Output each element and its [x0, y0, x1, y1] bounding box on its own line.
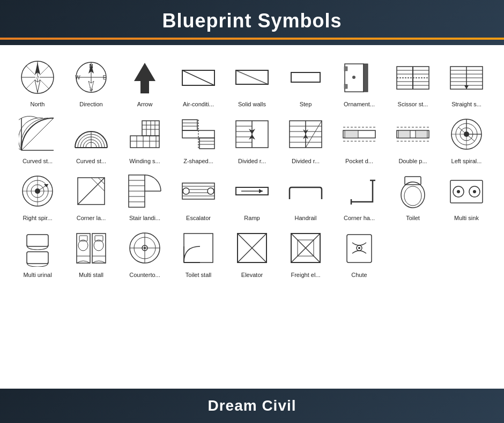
countertop-label: Counterto... — [129, 272, 160, 278]
freight-el-icon — [284, 227, 327, 269]
arrow-label: Arrow — [137, 101, 153, 107]
winding-stair-icon — [123, 113, 166, 156]
ramp-label: Ramp — [244, 215, 260, 221]
symbol-multi-stall: Multi stall — [64, 224, 118, 279]
escalator-icon — [177, 170, 220, 213]
svg-marker-139 — [259, 189, 263, 193]
corner-ha-label: Corner ha... — [344, 215, 375, 221]
symbol-right-spiral: Right spir... — [11, 167, 64, 222]
svg-marker-43 — [464, 85, 469, 89]
direction-icon: N S W E — [70, 56, 113, 99]
divided-r1-label: Divided r... — [238, 158, 266, 164]
symbol-multi-sink: Multi sink — [440, 167, 493, 222]
header: Blueprint Symbols — [0, 0, 504, 45]
multi-sink-icon — [445, 170, 488, 213]
divided-r2-icon — [284, 113, 327, 156]
svg-line-120 — [78, 178, 105, 205]
straight-stair-label: Straight s... — [451, 101, 481, 107]
z-shaped-label: Z-shaped... — [183, 158, 213, 164]
svg-rect-99 — [398, 130, 410, 138]
svg-rect-25 — [364, 64, 368, 92]
svg-rect-153 — [92, 234, 106, 263]
double-p-icon — [391, 113, 434, 156]
left-spiral-label: Left spiral... — [451, 158, 482, 164]
north-icon: N — [16, 56, 59, 99]
svg-line-108 — [466, 134, 475, 141]
step-label: Step — [300, 101, 312, 107]
svg-line-22 — [236, 70, 268, 84]
symbol-scissor-stair: Scissor st... — [386, 54, 440, 108]
solid-walls-icon — [231, 56, 273, 99]
symbol-toilet: Toilet — [386, 167, 440, 222]
symbol-freight-el: Freight el... — [279, 224, 332, 279]
svg-rect-152 — [77, 234, 90, 263]
footer-title: Dream Civil — [0, 397, 504, 414]
page-title: Blueprint Symbols — [0, 10, 504, 32]
symbol-corner-la: Corner la... — [64, 167, 118, 222]
svg-rect-145 — [450, 180, 483, 203]
toilet-stall-label: Toilet stall — [186, 272, 211, 278]
svg-rect-63 — [182, 120, 197, 130]
svg-rect-151 — [27, 252, 48, 264]
north-label: North — [31, 101, 45, 107]
symbol-countertop: Counterto... — [118, 224, 172, 279]
svg-line-19 — [182, 70, 214, 85]
corner-la-icon — [70, 170, 113, 213]
arrow-icon — [123, 56, 166, 99]
countertop-icon — [123, 227, 166, 269]
symbol-curved-stair2: Curved st... — [64, 111, 118, 165]
air-condition-icon — [177, 56, 220, 99]
corner-la-label: Corner la... — [77, 215, 106, 221]
svg-text:E: E — [103, 75, 107, 81]
divided-r1-icon — [231, 113, 273, 156]
symbol-multi-urinal: Multi urinal — [11, 224, 64, 279]
scissor-stair-label: Scissor st... — [398, 101, 428, 107]
toilet-stall-icon — [177, 227, 220, 269]
svg-line-107 — [458, 127, 466, 134]
svg-point-165 — [144, 247, 146, 249]
svg-rect-166 — [184, 234, 213, 262]
symbol-z-shaped: Z-shaped... — [172, 111, 225, 165]
symbol-air-condition: Air-conditi... — [172, 54, 225, 108]
multi-sink-label: Multi sink — [454, 215, 479, 221]
svg-rect-150 — [27, 235, 48, 246]
header-underline — [0, 38, 504, 40]
pocket-d-icon — [338, 113, 381, 156]
ornament-label: Ornament... — [344, 101, 375, 107]
symbol-toilet-stall: Toilet stall — [172, 224, 225, 279]
stair-landing-icon — [123, 170, 166, 213]
symbol-curved-stair1: Curved st... — [11, 111, 64, 165]
symbols-grid: N North N S W E — [11, 50, 493, 282]
chute-icon — [338, 227, 381, 269]
svg-rect-100 — [416, 130, 427, 138]
double-p-label: Double p... — [398, 158, 427, 164]
symbol-double-p: Double p... — [386, 111, 440, 165]
svg-point-148 — [457, 190, 460, 193]
elevator-icon — [231, 227, 273, 269]
straight-stair-icon — [445, 56, 488, 99]
escalator-label: Escalator — [186, 215, 211, 221]
toilet-label: Toilet — [406, 215, 420, 221]
freight-el-label: Freight el... — [291, 272, 320, 278]
curved-stair2-label: Curved st... — [76, 158, 106, 164]
right-spiral-icon — [16, 170, 59, 213]
symbol-north: N North — [11, 54, 64, 108]
ornament-icon — [338, 56, 381, 99]
step-icon — [284, 56, 327, 99]
stair-landing-label: Stair landi... — [129, 215, 160, 221]
handrail-label: Handrail — [295, 215, 317, 221]
curved-stair1-icon — [16, 113, 59, 156]
left-spiral-icon — [445, 113, 488, 156]
symbol-ornament: Ornament... — [332, 54, 386, 108]
direction-label: Direction — [79, 101, 102, 107]
svg-point-136 — [207, 188, 214, 194]
svg-point-135 — [183, 188, 189, 194]
scissor-stair-icon — [391, 56, 434, 99]
svg-rect-57 — [130, 136, 159, 148]
symbol-divided-r2: Divided r... — [279, 111, 332, 165]
svg-point-157 — [94, 240, 103, 251]
curved-stair2-icon — [70, 113, 113, 156]
solid-walls-label: Solid walls — [238, 101, 266, 107]
symbol-divided-r1: Divided r... — [225, 111, 279, 165]
svg-text:W: W — [75, 75, 80, 81]
